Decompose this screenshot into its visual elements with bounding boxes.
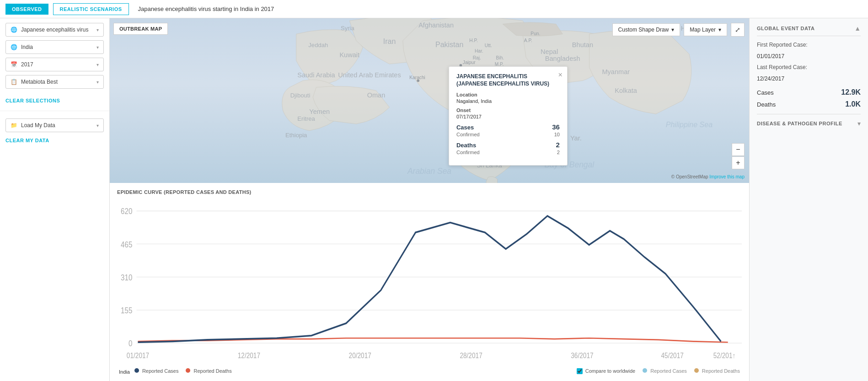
cases-stat-label: Cases <box>757 89 774 96</box>
popup-onset-section: Onset 07/17/2017 <box>456 107 560 119</box>
svg-text:Karachi: Karachi <box>409 75 425 80</box>
tab-realistic[interactable]: REALISTIC SCENARIOS <box>53 3 129 15</box>
svg-text:Pakistan: Pakistan <box>435 41 463 49</box>
svg-text:Bih.: Bih. <box>496 55 504 60</box>
tab-observed[interactable]: OBSERVED <box>5 4 48 15</box>
svg-text:Isr.: Isr. <box>268 18 276 19</box>
svg-text:465: 465 <box>121 240 132 249</box>
custom-shape-draw-button[interactable]: Custom Shape Draw ▾ <box>612 23 680 36</box>
popup-cases-section: Cases 36 Confirmed 10 <box>456 123 560 137</box>
popup-cases-label: Cases <box>456 124 474 131</box>
compare-worldwide-control[interactable]: Compare to worldwide <box>577 368 635 374</box>
svg-text:A.P.: A.P. <box>524 38 532 43</box>
reported-deaths-label: Reported Deaths <box>193 368 231 374</box>
map-toolbar-right: Custom Shape Draw ▾ Map Layer ▾ ⤢ <box>612 23 745 37</box>
svg-text:620: 620 <box>121 207 132 216</box>
popup-location-label: Location <box>456 92 560 97</box>
disease-profile-title: DISEASE & PATHOGEN PROFILE <box>757 121 842 126</box>
load-my-data-button[interactable]: 📁 Load My Data ▾ <box>5 118 104 132</box>
svg-text:Eritrea: Eritrea <box>297 115 315 122</box>
panel-divider <box>757 114 861 114</box>
popup-close-button[interactable]: × <box>558 71 563 79</box>
worldwide-deaths-dot <box>694 368 699 373</box>
virus-dropdown[interactable]: 🌐 Japanese encephalitis virus ▾ <box>5 23 104 37</box>
load-data-label-text: Load My Data <box>21 122 55 129</box>
worldwide-deaths-item: Reported Deaths <box>694 368 740 374</box>
global-event-title: GLOBAL EVENT DATA <box>757 26 814 31</box>
center-content: Arabian Sea Bay of Bengal Philippine Sea… <box>110 18 749 381</box>
chart-wrapper: 620 465 310 155 0 01/2017 <box>117 199 742 365</box>
popup-location-section: Location Nagaland, India <box>456 92 560 104</box>
year-value: 2017 <box>21 61 33 68</box>
zoom-minus-button[interactable]: − <box>732 143 745 156</box>
map-layer-button[interactable]: Map Layer ▾ <box>684 23 727 36</box>
chart-area: EPIDEMIC CURVE (REPORTED CASES AND DEATH… <box>110 183 749 381</box>
main-layout: 🌐 Japanese encephalitis virus ▾ 🌐 India … <box>0 18 868 381</box>
svg-text:Yar.: Yar. <box>570 134 582 142</box>
improve-map-link[interactable]: Improve this map <box>709 174 745 179</box>
popup-deaths-row: Deaths 2 <box>456 141 560 149</box>
model-dropdown[interactable]: 📋 Metabiota Best ▾ <box>5 75 104 89</box>
country-icon: 🌐 <box>11 44 17 50</box>
popup-deaths-label: Deaths <box>456 142 476 149</box>
virus-value: Japanese encephalitis virus <box>21 27 88 33</box>
legend-cases-item: Reported Cases <box>134 368 179 374</box>
map-background: Arabian Sea Bay of Bengal Philippine Sea… <box>110 18 749 183</box>
worldwide-cases-dot <box>643 368 647 373</box>
right-panel: GLOBAL EVENT DATA ▲ First Reported Case:… <box>749 18 868 381</box>
popup-location-value: Nagaland, India <box>456 98 560 104</box>
svg-text:0: 0 <box>129 339 132 349</box>
top-bar: OBSERVED REALISTIC SCENARIOS Japanese en… <box>0 0 868 18</box>
year-chevron-icon: ▾ <box>96 62 99 67</box>
svg-text:Ethiopia: Ethiopia <box>285 132 307 139</box>
svg-text:Raj.: Raj. <box>473 55 481 60</box>
cases-stat-row: Cases 12.9K <box>757 88 861 97</box>
popup-onset-label: Onset <box>456 107 560 113</box>
map-layer-chevron-icon: ▾ <box>718 27 721 33</box>
clear-my-data-button[interactable]: CLEAR MY DATA <box>0 136 109 145</box>
popup-deaths-confirmed-row: Confirmed 2 <box>456 150 560 155</box>
last-case-value: 12/24/2017 <box>757 75 784 82</box>
model-icon: 📋 <box>11 79 17 85</box>
country-value: India <box>21 44 33 50</box>
svg-text:45/2017: 45/2017 <box>661 351 684 359</box>
popup-onset-value: 07/17/2017 <box>456 114 560 119</box>
svg-text:Pun.: Pun. <box>530 31 540 36</box>
country-chevron-icon: ▾ <box>96 45 99 50</box>
reported-deaths-dot <box>186 368 190 373</box>
svg-text:Jaipur: Jaipur <box>463 60 476 65</box>
deaths-stat-label: Deaths <box>757 101 776 108</box>
fullscreen-button[interactable]: ⤢ <box>731 23 745 37</box>
svg-text:52/201↑: 52/201↑ <box>713 351 736 359</box>
cases-stat-value: 12.9K <box>841 88 861 97</box>
svg-text:155: 155 <box>121 306 132 316</box>
epidemic-chart: 620 465 310 155 0 01/2017 <box>117 199 742 365</box>
year-dropdown[interactable]: 📅 2017 ▾ <box>5 58 104 71</box>
virus-chevron-icon: ▾ <box>96 27 99 32</box>
legend-deaths-item: Reported Deaths <box>186 368 231 374</box>
compare-worldwide-label: Compare to worldwide <box>585 368 635 374</box>
svg-text:01/2017: 01/2017 <box>127 351 149 359</box>
country-dropdown[interactable]: 🌐 India ▾ <box>5 40 104 54</box>
global-event-collapse-button[interactable]: ▲ <box>854 25 861 32</box>
compare-worldwide-checkbox[interactable] <box>577 368 583 374</box>
svg-text:Kuwait: Kuwait <box>339 51 359 59</box>
disease-profile-collapse-button[interactable]: ▾ <box>857 120 861 127</box>
svg-text:Iran: Iran <box>383 38 396 45</box>
map-layer-label: Map Layer <box>690 27 716 33</box>
sidebar: 🌐 Japanese encephalitis virus ▾ 🌐 India … <box>0 18 110 381</box>
popup-cases-confirmed-row: Confirmed 10 <box>456 132 560 137</box>
location-popup: × JAPANESE ENCEPHALITIS (JAPANESE ENCEPH… <box>449 66 568 166</box>
svg-text:Myanmar: Myanmar <box>602 68 630 75</box>
popup-cases-value: 36 <box>552 123 560 131</box>
svg-text:Afghanistan: Afghanistan <box>418 21 454 29</box>
svg-text:Jeddah: Jeddah <box>308 42 328 49</box>
zoom-plus-button[interactable]: + <box>732 156 745 169</box>
first-case-value: 01/01/2017 <box>757 53 784 59</box>
popup-deaths-value: 2 <box>556 141 560 149</box>
clear-selections-button[interactable]: CLEAR SELECTIONS <box>0 96 109 107</box>
page-title: Japanese encephalitis virus starting in … <box>138 5 274 12</box>
svg-text:20/2017: 20/2017 <box>349 351 371 359</box>
outbreak-map-button[interactable]: OUTBREAK MAP <box>113 23 168 35</box>
chart-legend-right: Reported Cases Reported Deaths <box>643 368 740 374</box>
